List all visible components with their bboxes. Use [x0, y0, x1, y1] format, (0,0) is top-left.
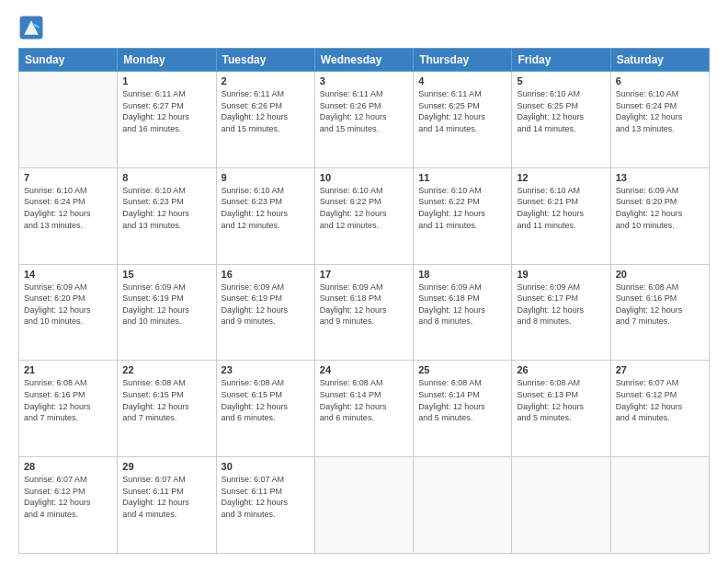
calendar-cell: 7Sunrise: 6:10 AM Sunset: 6:24 PM Daylig… — [19, 167, 118, 264]
day-info: Sunrise: 6:09 AM Sunset: 6:17 PM Dayligh… — [517, 282, 605, 327]
calendar-cell: 14Sunrise: 6:09 AM Sunset: 6:20 PM Dayli… — [19, 264, 118, 361]
calendar-cell: 13Sunrise: 6:09 AM Sunset: 6:20 PM Dayli… — [610, 167, 709, 264]
day-info: Sunrise: 6:11 AM Sunset: 6:26 PM Dayligh… — [320, 88, 408, 134]
calendar-week-row: 28Sunrise: 6:07 AM Sunset: 6:12 PM Dayli… — [19, 457, 710, 554]
day-info: Sunrise: 6:08 AM Sunset: 6:16 PM Dayligh… — [616, 282, 704, 327]
day-number: 7 — [24, 172, 112, 183]
calendar-cell: 29Sunrise: 6:07 AM Sunset: 6:11 PM Dayli… — [118, 457, 216, 554]
calendar-cell: 4Sunrise: 6:11 AM Sunset: 6:25 PM Daylig… — [414, 72, 512, 168]
calendar-cell: 5Sunrise: 6:10 AM Sunset: 6:25 PM Daylig… — [512, 72, 610, 168]
day-info: Sunrise: 6:11 AM Sunset: 6:26 PM Dayligh… — [222, 88, 310, 134]
day-number: 1 — [122, 75, 210, 86]
day-info: Sunrise: 6:09 AM Sunset: 6:18 PM Dayligh… — [320, 282, 408, 327]
day-number: 26 — [517, 364, 605, 375]
weekday-header: Tuesday — [216, 49, 314, 72]
day-number: 15 — [122, 269, 210, 280]
day-number: 5 — [517, 75, 605, 86]
weekday-header: Wednesday — [314, 49, 413, 72]
day-info: Sunrise: 6:10 AM Sunset: 6:23 PM Dayligh… — [222, 185, 310, 231]
day-info: Sunrise: 6:10 AM Sunset: 6:22 PM Dayligh… — [418, 185, 506, 231]
calendar-cell: 12Sunrise: 6:10 AM Sunset: 6:21 PM Dayli… — [512, 167, 610, 264]
calendar-cell: 8Sunrise: 6:10 AM Sunset: 6:23 PM Daylig… — [118, 167, 216, 264]
day-info: Sunrise: 6:08 AM Sunset: 6:16 PM Dayligh… — [24, 377, 112, 423]
calendar-week-row: 14Sunrise: 6:09 AM Sunset: 6:20 PM Dayli… — [19, 264, 710, 361]
day-info: Sunrise: 6:09 AM Sunset: 6:20 PM Dayligh… — [616, 185, 704, 231]
day-info: Sunrise: 6:10 AM Sunset: 6:22 PM Dayligh… — [320, 185, 408, 231]
calendar-cell: 28Sunrise: 6:07 AM Sunset: 6:12 PM Dayli… — [19, 457, 118, 554]
day-info: Sunrise: 6:08 AM Sunset: 6:15 PM Dayligh… — [222, 377, 310, 423]
day-number: 10 — [320, 172, 408, 183]
calendar-cell: 1Sunrise: 6:11 AM Sunset: 6:27 PM Daylig… — [118, 72, 216, 168]
day-number: 20 — [616, 269, 704, 280]
day-info: Sunrise: 6:08 AM Sunset: 6:15 PM Dayligh… — [122, 377, 210, 423]
day-info: Sunrise: 6:07 AM Sunset: 6:12 PM Dayligh… — [616, 377, 704, 423]
day-number: 12 — [517, 172, 605, 183]
calendar-cell: 10Sunrise: 6:10 AM Sunset: 6:22 PM Dayli… — [314, 167, 413, 264]
day-number: 4 — [418, 75, 506, 86]
day-number: 6 — [616, 75, 704, 86]
day-info: Sunrise: 6:11 AM Sunset: 6:25 PM Dayligh… — [418, 88, 506, 134]
calendar-cell: 27Sunrise: 6:07 AM Sunset: 6:12 PM Dayli… — [610, 361, 709, 457]
calendar-cell: 19Sunrise: 6:09 AM Sunset: 6:17 PM Dayli… — [512, 264, 610, 361]
calendar-cell: 18Sunrise: 6:09 AM Sunset: 6:18 PM Dayli… — [414, 264, 512, 361]
day-number: 30 — [222, 461, 310, 472]
day-number: 25 — [418, 364, 506, 375]
calendar-cell: 11Sunrise: 6:10 AM Sunset: 6:22 PM Dayli… — [414, 167, 512, 264]
calendar-cell: 23Sunrise: 6:08 AM Sunset: 6:15 PM Dayli… — [216, 361, 314, 457]
calendar-cell: 24Sunrise: 6:08 AM Sunset: 6:14 PM Dayli… — [314, 361, 413, 457]
day-info: Sunrise: 6:07 AM Sunset: 6:12 PM Dayligh… — [24, 474, 112, 520]
day-number: 19 — [517, 269, 605, 280]
logo-icon — [18, 15, 44, 40]
day-number: 8 — [122, 172, 210, 183]
calendar-cell: 26Sunrise: 6:08 AM Sunset: 6:13 PM Dayli… — [512, 361, 610, 457]
day-number: 2 — [222, 75, 310, 86]
day-info: Sunrise: 6:08 AM Sunset: 6:14 PM Dayligh… — [320, 377, 408, 423]
day-info: Sunrise: 6:08 AM Sunset: 6:13 PM Dayligh… — [517, 377, 605, 423]
day-number: 14 — [24, 269, 112, 280]
day-info: Sunrise: 6:10 AM Sunset: 6:25 PM Dayligh… — [517, 88, 605, 134]
day-info: Sunrise: 6:08 AM Sunset: 6:14 PM Dayligh… — [418, 377, 506, 423]
day-info: Sunrise: 6:09 AM Sunset: 6:19 PM Dayligh… — [222, 282, 310, 327]
weekday-header: Saturday — [610, 49, 709, 72]
calendar-cell: 16Sunrise: 6:09 AM Sunset: 6:19 PM Dayli… — [216, 264, 314, 361]
calendar-cell — [414, 457, 512, 554]
day-info: Sunrise: 6:09 AM Sunset: 6:19 PM Dayligh… — [122, 282, 210, 327]
day-number: 13 — [616, 172, 704, 183]
weekday-header: Thursday — [414, 49, 512, 72]
calendar-cell: 6Sunrise: 6:10 AM Sunset: 6:24 PM Daylig… — [610, 72, 709, 168]
day-number: 18 — [418, 269, 506, 280]
calendar-cell: 17Sunrise: 6:09 AM Sunset: 6:18 PM Dayli… — [314, 264, 413, 361]
calendar-week-row: 7Sunrise: 6:10 AM Sunset: 6:24 PM Daylig… — [19, 167, 710, 264]
day-number: 22 — [122, 364, 210, 375]
day-number: 28 — [24, 461, 112, 472]
calendar-cell: 20Sunrise: 6:08 AM Sunset: 6:16 PM Dayli… — [610, 264, 709, 361]
calendar-cell: 9Sunrise: 6:10 AM Sunset: 6:23 PM Daylig… — [216, 167, 314, 264]
day-info: Sunrise: 6:09 AM Sunset: 6:18 PM Dayligh… — [418, 282, 506, 327]
day-info: Sunrise: 6:10 AM Sunset: 6:24 PM Dayligh… — [616, 88, 704, 134]
day-number: 24 — [320, 364, 408, 375]
day-number: 16 — [222, 269, 310, 280]
day-info: Sunrise: 6:10 AM Sunset: 6:21 PM Dayligh… — [517, 185, 605, 231]
weekday-header: Monday — [118, 49, 216, 72]
calendar-cell — [314, 457, 413, 554]
day-number: 9 — [222, 172, 310, 183]
calendar-week-row: 21Sunrise: 6:08 AM Sunset: 6:16 PM Dayli… — [19, 361, 710, 457]
day-info: Sunrise: 6:10 AM Sunset: 6:24 PM Dayligh… — [24, 185, 112, 231]
weekday-header: Sunday — [19, 49, 118, 72]
weekday-header: Friday — [512, 49, 610, 72]
calendar-cell — [19, 72, 118, 168]
calendar-cell: 25Sunrise: 6:08 AM Sunset: 6:14 PM Dayli… — [414, 361, 512, 457]
day-info: Sunrise: 6:07 AM Sunset: 6:11 PM Dayligh… — [122, 474, 210, 520]
day-info: Sunrise: 6:09 AM Sunset: 6:20 PM Dayligh… — [24, 282, 112, 327]
calendar-cell: 3Sunrise: 6:11 AM Sunset: 6:26 PM Daylig… — [314, 72, 413, 168]
calendar-cell: 21Sunrise: 6:08 AM Sunset: 6:16 PM Dayli… — [19, 361, 118, 457]
day-number: 21 — [24, 364, 112, 375]
day-number: 27 — [616, 364, 704, 375]
calendar-cell — [512, 457, 610, 554]
calendar-cell: 22Sunrise: 6:08 AM Sunset: 6:15 PM Dayli… — [118, 361, 216, 457]
header — [18, 15, 710, 40]
calendar-table: SundayMondayTuesdayWednesdayThursdayFrid… — [18, 48, 710, 554]
calendar-week-row: 1Sunrise: 6:11 AM Sunset: 6:27 PM Daylig… — [19, 72, 710, 168]
day-info: Sunrise: 6:10 AM Sunset: 6:23 PM Dayligh… — [122, 185, 210, 231]
day-number: 3 — [320, 75, 408, 86]
